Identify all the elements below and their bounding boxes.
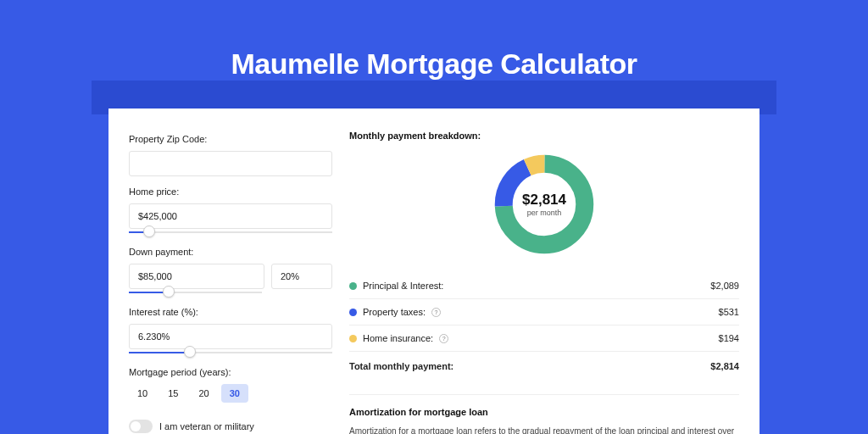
down-payment-label: Down payment: [129, 247, 332, 257]
legend-row-taxes: Property taxes: ? $531 [349, 299, 739, 326]
down-payment-slider[interactable] [129, 288, 262, 297]
donut-center: $2,814 per month [491, 151, 598, 258]
legend-label: Property taxes: [363, 307, 426, 317]
period-option-20[interactable]: 20 [191, 384, 218, 403]
zip-label: Property Zip Code: [129, 134, 332, 144]
total-value: $2,814 [710, 361, 739, 371]
total-label: Total monthly payment: [349, 361, 453, 371]
legend-value: $531 [719, 307, 739, 317]
legend-value: $194 [719, 333, 739, 343]
legend-label: Home insurance: [363, 333, 433, 343]
page-title: Maumelle Mortgage Calculator [0, 47, 868, 81]
legend-value: $2,089 [710, 281, 739, 291]
interest-slider[interactable] [129, 348, 332, 357]
amortization-section: Amortization for mortgage loan Amortizat… [349, 394, 739, 434]
veteran-row: I am veteran or military [129, 420, 332, 433]
donut-sub: per month [527, 209, 562, 217]
amortization-title: Amortization for mortgage loan [349, 407, 739, 417]
donut-chart: $2,814 per month [491, 151, 598, 258]
calculator-card: Property Zip Code: Home price: Down paym… [108, 108, 760, 434]
period-option-15[interactable]: 15 [159, 384, 186, 403]
legend-row-insurance: Home insurance: ? $194 [349, 326, 739, 352]
legend-row-total: Total monthly payment: $2,814 [349, 352, 739, 379]
form-panel: Property Zip Code: Home price: Down paym… [129, 134, 332, 433]
period-option-30[interactable]: 30 [221, 384, 248, 403]
veteran-label: I am veteran or military [159, 421, 254, 431]
breakdown-panel: Monthly payment breakdown: $2,814 per mo… [349, 131, 739, 434]
legend-row-principal: Principal & Interest: $2,089 [349, 273, 739, 299]
down-payment-percent-input[interactable] [271, 264, 332, 289]
slider-thumb[interactable] [163, 286, 175, 298]
info-icon[interactable]: ? [431, 308, 441, 317]
period-option-10[interactable]: 10 [129, 384, 156, 403]
home-price-input[interactable] [129, 203, 332, 229]
period-pills: 10 15 20 30 [129, 384, 332, 403]
legend-dot [349, 335, 357, 342]
info-icon[interactable]: ? [439, 334, 448, 343]
donut-amount: $2,814 [522, 192, 566, 209]
home-price-label: Home price: [129, 186, 332, 197]
slider-thumb[interactable] [184, 346, 196, 358]
legend-dot [349, 282, 357, 290]
period-label: Mortgage period (years): [129, 367, 332, 377]
zip-input[interactable] [129, 151, 332, 176]
slider-fill [129, 352, 190, 353]
amortization-body: Amortization for a mortgage loan refers … [349, 426, 739, 434]
interest-label: Interest rate (%): [129, 307, 332, 317]
toggle-knob [131, 421, 141, 431]
legend-label: Principal & Interest: [363, 281, 443, 291]
slider-thumb[interactable] [143, 225, 155, 237]
slider-track [129, 231, 332, 233]
legend-dot [349, 309, 357, 316]
breakdown-title: Monthly payment breakdown: [349, 131, 739, 141]
veteran-toggle[interactable] [129, 420, 153, 433]
down-payment-amount-input[interactable] [129, 264, 264, 289]
legend: Principal & Interest: $2,089 Property ta… [349, 273, 739, 379]
home-price-slider[interactable] [129, 228, 332, 236]
interest-input[interactable] [129, 324, 332, 349]
